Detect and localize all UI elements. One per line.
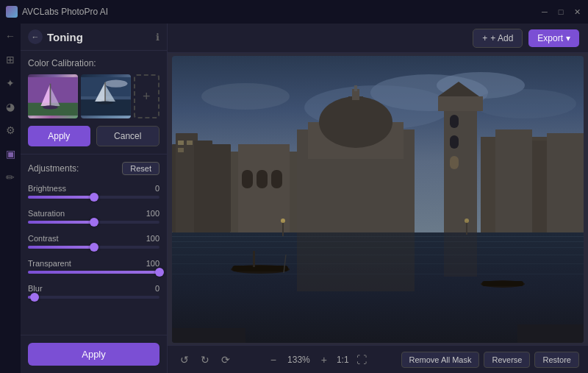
svg-rect-31 [354, 85, 357, 91]
svg-rect-24 [178, 148, 184, 152]
rail-icon-back[interactable]: ← [4, 29, 17, 43]
svg-rect-35 [450, 115, 459, 128]
thumbnail-after[interactable] [81, 74, 131, 118]
svg-rect-55 [444, 232, 477, 277]
main-image [172, 56, 584, 343]
contrast-label: Contrast [28, 234, 59, 243]
saturation-track[interactable] [28, 221, 159, 224]
expand-button[interactable]: ⛶ [354, 352, 370, 368]
svg-point-19 [201, 83, 290, 110]
zoom-ratio: 1:1 [337, 355, 349, 365]
svg-rect-66 [466, 221, 467, 235]
saturation-slider-row: Saturation 100 [28, 209, 159, 224]
history-back-button[interactable]: ↺ [176, 352, 193, 368]
remove-all-mask-button[interactable]: Remove All Mask [401, 352, 480, 368]
maximize-button[interactable]: □ [556, 7, 566, 17]
reverse-button[interactable]: Reverse [484, 352, 530, 368]
history-redo-button[interactable]: ⟳ [218, 352, 234, 368]
rail-icon-color[interactable]: ◕ [4, 100, 17, 113]
blur-track[interactable] [28, 296, 159, 299]
minimize-button[interactable]: ─ [539, 7, 550, 17]
svg-rect-36 [450, 135, 459, 149]
svg-rect-62 [172, 328, 245, 343]
saturation-thumb[interactable] [90, 218, 98, 227]
svg-rect-63 [517, 324, 584, 343]
close-button[interactable]: ✕ [572, 7, 582, 17]
add-button[interactable]: + + Add [473, 29, 523, 48]
svg-rect-64 [282, 221, 284, 236]
svg-rect-12 [104, 82, 106, 102]
image-area [168, 53, 588, 345]
svg-rect-61 [482, 281, 523, 286]
venice-scene [172, 56, 584, 343]
transparent-track[interactable] [28, 271, 159, 274]
zoom-level: 133% [286, 355, 312, 365]
rail-icon-effects[interactable]: ✦ [4, 77, 17, 90]
svg-rect-32 [444, 100, 477, 232]
svg-rect-54 [297, 232, 415, 291]
brightness-thumb[interactable] [90, 193, 98, 202]
svg-rect-37 [450, 156, 459, 169]
export-chevron-icon: ▾ [566, 33, 570, 43]
svg-rect-25 [187, 141, 193, 145]
brightness-fill [28, 196, 94, 199]
contrast-label-row: Contrast 100 [28, 234, 159, 243]
contrast-slider-row: Contrast 100 [28, 234, 159, 249]
transparent-slider-row: Transparent 100 [28, 259, 159, 274]
top-toolbar: + + Add Export ▾ [168, 24, 588, 53]
rail-icon-brush[interactable]: ✏ [4, 171, 17, 184]
add-label: + Add [490, 33, 513, 43]
transparent-label-row: Transparent 100 [28, 259, 159, 268]
svg-rect-22 [194, 141, 212, 232]
reset-button[interactable]: Reset [122, 162, 159, 175]
color-calibration-section: Color Calibration: [21, 51, 167, 154]
calibration-buttons: Apply Cancel [28, 126, 159, 146]
back-button[interactable]: ← [28, 29, 43, 44]
apply-main-button[interactable]: Apply [28, 343, 159, 366]
content-area: + + Add Export ▾ [168, 24, 588, 373]
main-layout: ← ⊞ ✦ ◕ ⚙ ▣ ✏ ← Toning ℹ Color Calibrati… [0, 24, 588, 373]
thumbnail-before[interactable] [28, 74, 78, 118]
adjustments-title: Adjustments: [28, 163, 79, 174]
history-controls: ↺ ↻ ⟳ [176, 352, 234, 368]
contrast-thumb[interactable] [90, 243, 98, 252]
calibration-thumbnails: + [28, 74, 159, 118]
rail-icon-settings[interactable]: ⚙ [4, 124, 17, 137]
color-calibration-label: Color Calibration: [28, 58, 159, 68]
panel-header: ← Toning ℹ [21, 24, 167, 51]
brightness-slider-row: Brightness 0 [28, 184, 159, 199]
transparent-thumb[interactable] [155, 268, 164, 277]
svg-rect-57 [232, 266, 288, 271]
adjustments-header: Adjustments: Reset [28, 162, 159, 175]
contrast-track[interactable] [28, 246, 159, 249]
svg-rect-46 [271, 170, 282, 188]
svg-rect-58 [253, 251, 255, 267]
thumbnail-add[interactable]: + [134, 74, 159, 118]
brightness-value: 0 [155, 184, 159, 193]
calibration-apply-button[interactable]: Apply [28, 126, 90, 146]
icon-rail: ← ⊞ ✦ ◕ ⚙ ▣ ✏ [0, 24, 21, 373]
export-label: Export [537, 33, 563, 43]
window-controls: ─ □ ✕ [539, 7, 582, 17]
app-icon [6, 6, 18, 18]
zoom-in-button[interactable]: + [316, 352, 332, 368]
app-title: AVCLabs PhotoPro AI [22, 7, 539, 17]
info-icon[interactable]: ℹ [156, 32, 159, 43]
contrast-fill [28, 246, 94, 249]
panel-footer: Apply [21, 335, 167, 373]
svg-rect-44 [242, 170, 253, 188]
svg-point-67 [465, 219, 469, 223]
zoom-out-button[interactable]: − [265, 352, 282, 368]
export-button[interactable]: Export ▾ [528, 29, 579, 47]
rail-icon-layers[interactable]: ⊞ [4, 53, 17, 66]
svg-point-13 [97, 102, 114, 104]
blur-thumb[interactable] [30, 293, 39, 302]
adjustments-section: Adjustments: Reset Brightness 0 Saturati… [21, 154, 167, 335]
svg-rect-4 [50, 84, 51, 106]
restore-button[interactable]: Restore [534, 352, 579, 368]
calibration-cancel-button[interactable]: Cancel [96, 126, 160, 146]
history-forward-button[interactable]: ↻ [197, 352, 213, 368]
transparent-label: Transparent [28, 259, 71, 268]
rail-icon-toning[interactable]: ▣ [4, 147, 17, 160]
brightness-track[interactable] [28, 196, 159, 199]
